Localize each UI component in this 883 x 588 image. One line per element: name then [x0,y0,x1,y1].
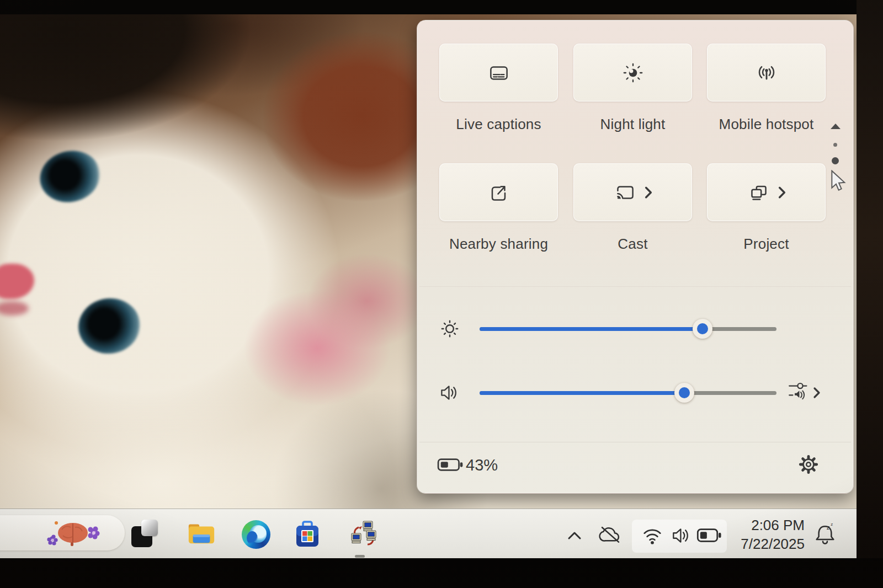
section-divider [419,286,851,287]
battery-percent: 43% [466,456,498,474]
live-captions-button[interactable] [439,44,558,101]
brightness-fill [480,327,703,331]
nearby-sharing-button[interactable] [439,163,558,221]
brightness-slider-row [417,312,853,345]
tile-cell-live-captions: Live captions [439,44,558,133]
tile-label: Live captions [439,116,558,133]
battery-tray-icon[interactable] [696,527,723,544]
brightness-icon [438,317,461,340]
chevron-right-icon[interactable] [812,386,821,399]
bell-dnd-icon[interactable]: z z [811,521,839,548]
chevron-right-icon [777,185,787,200]
edge-button[interactable] [238,520,267,548]
page-up-arrow[interactable] [828,121,843,132]
cast-icon [613,180,638,205]
tile-label: Night light [573,116,692,133]
tile-cell-nearby-sharing: Nearby sharing [439,163,558,253]
page-dot[interactable] [833,143,837,147]
clock-date: 7/22/2025 [726,535,805,554]
volume-track[interactable] [480,391,776,395]
tile-label: Mobile hotspot [707,116,826,133]
clock-time: 2:06 PM [726,516,805,535]
settings-gear-icon [797,453,820,476]
project-icon [746,180,772,205]
cloud-offline-icon[interactable] [598,523,623,547]
kitten-eye [35,145,106,209]
screen-bezel [0,0,883,14]
volume-icon [437,381,461,404]
brightness-thumb[interactable] [693,319,712,339]
mobile-hotspot-button[interactable] [707,44,826,101]
kitten-nose [0,264,34,299]
tile-cell-cast: Cast [573,163,692,253]
kitten-eye [75,295,144,358]
network-computers-icon [349,520,379,550]
search-box[interactable] [0,515,125,550]
screen-bezel [857,0,883,588]
night-light-button[interactable] [573,44,692,101]
chevron-right-icon [643,185,653,200]
nearby-sharing-icon [486,180,512,205]
squares-app-button[interactable] [130,520,159,548]
tile-label: Nearby sharing [439,236,558,253]
folder-icon [187,520,216,547]
search-brain-icon [40,517,105,548]
chevron-up-icon[interactable] [566,528,583,543]
volume-slider-row [417,376,853,409]
battery-icon [437,457,465,473]
settings-button[interactable] [797,453,820,478]
night-light-icon [620,60,646,85]
page-dot-active[interactable] [832,157,839,164]
squares-app-icon [141,520,158,536]
tile-label: Project [707,236,826,253]
mouse-cursor [829,170,848,192]
speaker-icon[interactable] [669,524,694,547]
tile-cell-night-light: Night light [573,44,692,133]
volume-fill [480,391,684,395]
svg-text:z: z [827,524,830,531]
running-indicator [355,555,365,558]
panel-footer: 43% [417,442,853,493]
project-button[interactable] [707,163,826,221]
kitten-mouth [0,301,29,316]
svg-text:z: z [831,522,833,527]
store-icon [292,520,322,550]
edge-icon [242,520,270,549]
live-captions-icon [486,60,512,85]
screen: Live captions Night light [0,0,883,588]
file-explorer-button[interactable] [183,520,212,548]
screen-bezel [0,558,883,588]
tile-cell-mobile-hotspot: Mobile hotspot [707,44,826,133]
tile-label: Cast [573,236,692,253]
microsoft-store-button[interactable] [289,520,318,548]
volume-thumb[interactable] [674,383,694,403]
volume-mixer-icon [787,378,813,404]
tile-cell-project: Project [707,163,826,253]
footer-divider [419,442,851,442]
mobile-hotspot-icon [754,60,779,85]
audio-output-button[interactable] [787,378,813,405]
wifi-icon[interactable] [640,523,664,547]
network-tool-button[interactable] [345,520,374,548]
quick-settings-panel: Live captions Night light [417,20,854,494]
clock[interactable]: 2:06 PM 7/22/2025 [726,516,805,554]
brightness-track[interactable] [480,327,776,331]
cast-button[interactable] [573,163,692,221]
